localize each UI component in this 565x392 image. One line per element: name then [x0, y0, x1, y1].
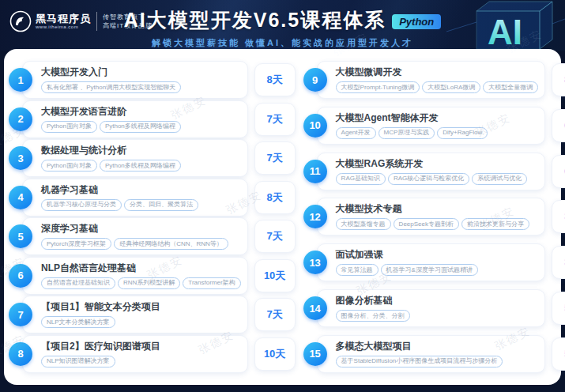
course-tag-pill: 私有化部署 、Python调用大模型实现智能聊天 — [41, 81, 181, 93]
course-tag-pill: NLP文本分类解决方案 — [41, 316, 115, 328]
course-title: 面试加强课 — [336, 248, 539, 262]
course-number-badge: 14 — [303, 296, 327, 320]
course-tag-pill: 机器学习核心原理与分类 — [41, 199, 122, 211]
course-tags: 大模型Prompt-Tuning微调大模型LoRA微调大模型全量微调 — [336, 81, 539, 93]
course-tag-pill: Python面向对象 — [41, 121, 97, 133]
course-tags: 机器学习核心原理与分类分类、回归、聚类算法 — [41, 199, 241, 211]
python-badge: Python — [392, 14, 441, 29]
course-number-badge: 4 — [9, 186, 32, 209]
course-days-badge: 3天 — [552, 200, 565, 233]
course-tags: 常见算法题机器学习&深度学习面试题精讲 — [336, 264, 539, 276]
course-tags: Agent开发MCP原理与实践Dify+RagFlow — [336, 127, 539, 139]
course-tags: 基于StableDiffusion小程序图像生成项目流程与步骤分析 — [336, 356, 539, 368]
course-tag-pill: 大模型LoRA微调 — [422, 81, 480, 93]
course-card[interactable]: 【项目2】医疗知识图谱项目NLP知识图谱解决方案 — [22, 335, 248, 373]
course-row: 1大模型开发入门私有化部署 、Python调用大模型实现智能聊天8天 — [9, 61, 296, 99]
course-number-badge: 15 — [303, 342, 327, 366]
course-row: 7【项目1】智能文本分类项目NLP文本分类解决方案7天 — [9, 296, 296, 334]
course-title: 【项目2】医疗知识图谱项目 — [41, 340, 241, 353]
course-tag-pill: 系统调试与优化 — [472, 173, 527, 185]
course-row: 14图像分析基础图像分析、分类、分割5天 — [303, 289, 565, 327]
course-card[interactable]: 深度学习基础Pytorch深度学习框架经典神经网络结构（CNN、RNN等） — [22, 217, 248, 255]
course-tags: Python面向对象Python多线程及网络编程 — [41, 160, 241, 172]
course-tag-pill: Agent开发 — [336, 127, 376, 139]
course-number-badge: 8 — [9, 342, 32, 366]
course-tag-pill: Transformer架构 — [183, 277, 240, 289]
course-tag-pill: 机器学习&深度学习面试题精讲 — [381, 264, 478, 276]
course-card[interactable]: 数据处理与统计分析Python面向对象Python多线程及网络编程 — [22, 139, 248, 177]
course-number-badge: 10 — [303, 114, 327, 138]
course-tag-pill: 基于StableDiffusion小程序图像生成项目流程与步骤分析 — [336, 356, 503, 368]
page-header: 黑马程序员 www.itheima.com 传智教育旗下 高端IT教育品牌 AI… — [0, 0, 565, 51]
course-tag-pill: 自然语言处理基础知识 — [41, 277, 115, 289]
course-number-badge: 6 — [9, 264, 32, 288]
course-title: 大模型微调开发 — [336, 66, 539, 79]
course-number-badge: 3 — [9, 146, 32, 170]
course-tags: 图像分析、分类、分割 — [336, 310, 539, 322]
page-subtitle: 解锁大模型薪技能 做懂AI、能实战的应用型开发人才 — [0, 37, 565, 49]
course-days-badge: 3天 — [552, 246, 565, 279]
course-card[interactable]: 多模态大模型项目基于StableDiffusion小程序图像生成项目流程与步骤分… — [317, 335, 546, 373]
course-days-badge: 7天 — [254, 220, 296, 253]
course-tag-pill: MCP原理与实践 — [379, 127, 435, 139]
course-number-badge: 11 — [303, 160, 327, 183]
course-card[interactable]: 大模型开发入门私有化部署 、Python调用大模型实现智能聊天 — [22, 61, 248, 99]
course-card[interactable]: 【项目1】智能文本分类项目NLP文本分类解决方案 — [22, 296, 248, 334]
course-tag-pill: Python多线程及网络编程 — [100, 160, 181, 172]
course-card[interactable]: 机器学习基础机器学习核心原理与分类分类、回归、聚类算法 — [22, 179, 248, 217]
course-tag-pill: Dify+RagFlow — [437, 127, 488, 139]
course-tag-pill: Pytorch深度学习框架 — [41, 238, 111, 250]
course-number-badge: 12 — [303, 205, 327, 228]
course-number-badge: 9 — [303, 68, 327, 92]
course-tags: RAG基础知识RAG核心逻辑与检索优化系统调试与优化 — [336, 173, 539, 185]
course-row: 5深度学习基础Pytorch深度学习框架经典神经网络结构（CNN、RNN等）7天 — [9, 217, 296, 255]
course-days-badge: 10天 — [254, 259, 296, 292]
course-card[interactable]: 大模型开发语言进阶Python面向对象Python多线程及网络编程 — [22, 100, 248, 138]
course-days-badge: 5天 — [552, 292, 565, 325]
course-title: 深度学习基础 — [41, 222, 241, 236]
course-card[interactable]: 图像分析基础图像分析、分类、分割 — [317, 289, 546, 327]
course-row: 8【项目2】医疗知识图谱项目NLP知识图谱解决方案10天 — [9, 335, 296, 373]
course-days-badge: 7天 — [254, 141, 296, 175]
course-title: 机器学习基础 — [41, 183, 241, 197]
course-title: 大模型开发入门 — [41, 66, 241, 79]
course-days-badge: 8天 — [254, 181, 296, 214]
course-tag-pill: 分类、回归、聚类算法 — [124, 199, 198, 211]
course-tags: 自然语言处理基础知识RNN系列模型讲解Transformer架构 — [41, 277, 241, 289]
course-title: 大模型Agent智能体开发 — [336, 111, 539, 125]
course-row: 13面试加强课常见算法题机器学习&深度学习面试题精讲3天 — [303, 243, 565, 281]
course-tag-pill: 前沿技术更新与分享 — [461, 218, 529, 230]
course-card[interactable]: 面试加强课常见算法题机器学习&深度学习面试题精讲 — [317, 243, 546, 281]
course-title: 数据处理与统计分析 — [41, 144, 241, 157]
course-days-badge: 8天 — [254, 63, 296, 96]
course-row: 3数据处理与统计分析Python面向对象Python多线程及网络编程7天 — [9, 139, 296, 177]
course-tag-pill: Python多线程及网络编程 — [100, 121, 181, 133]
course-row: 11大模型RAG系统开发RAG基础知识RAG核心逻辑与检索优化系统调试与优化6天 — [303, 153, 565, 190]
course-row: 9大模型微调开发大模型Prompt-Tuning微调大模型LoRA微调大模型全量… — [303, 61, 565, 99]
course-row: 2大模型开发语言进阶Python面向对象Python多线程及网络编程7天 — [9, 100, 296, 138]
course-tag-pill: NLP知识图谱解决方案 — [41, 356, 115, 368]
course-days-badge: 6天 — [552, 155, 565, 188]
course-days-badge: 5天 — [552, 337, 565, 371]
course-card[interactable]: 大模型RAG系统开发RAG基础知识RAG核心逻辑与检索优化系统调试与优化 — [317, 153, 546, 190]
course-tags: 私有化部署 、Python调用大模型实现智能聊天 — [41, 81, 241, 93]
course-tag-pill: RAG核心逻辑与检索优化 — [388, 173, 469, 185]
course-days-badge: 10天 — [254, 337, 296, 371]
course-card[interactable]: 大模型Agent智能体开发Agent开发MCP原理与实践Dify+RagFlow — [317, 107, 546, 145]
course-card[interactable]: 大模型技术专题大模型蒸馏专题DeepSeek专题剖析前沿技术更新与分享 — [317, 198, 546, 236]
course-card[interactable]: 大模型微调开发大模型Prompt-Tuning微调大模型LoRA微调大模型全量微… — [317, 61, 546, 99]
course-row: 10大模型Agent智能体开发Agent开发MCP原理与实践Dify+RagFl… — [303, 107, 565, 145]
course-card[interactable]: NLP自然语言处理基础自然语言处理基础知识RNN系列模型讲解Transforme… — [22, 257, 248, 295]
curriculum-panel: 1大模型开发入门私有化部署 、Python调用大模型实现智能聊天8天2大模型开发… — [4, 49, 561, 385]
course-tag-pill: 大模型Prompt-Tuning微调 — [336, 81, 420, 93]
course-column-left: 1大模型开发入门私有化部署 、Python调用大模型实现智能聊天8天2大模型开发… — [9, 61, 296, 373]
course-tag-pill: Python面向对象 — [41, 160, 97, 172]
course-tag-pill: DeepSeek专题剖析 — [394, 218, 459, 230]
course-tag-pill: RAG基础知识 — [336, 173, 386, 185]
course-number-badge: 13 — [303, 251, 327, 274]
course-tags: NLP文本分类解决方案 — [41, 316, 241, 328]
course-tag-pill: 经典神经网络结构（CNN、RNN等） — [114, 238, 228, 250]
course-title: 【项目1】智能文本分类项目 — [41, 300, 241, 314]
course-days-badge: 8天 — [552, 63, 565, 96]
page-title: AI大模型开发V6.5课程体系 — [124, 7, 386, 33]
